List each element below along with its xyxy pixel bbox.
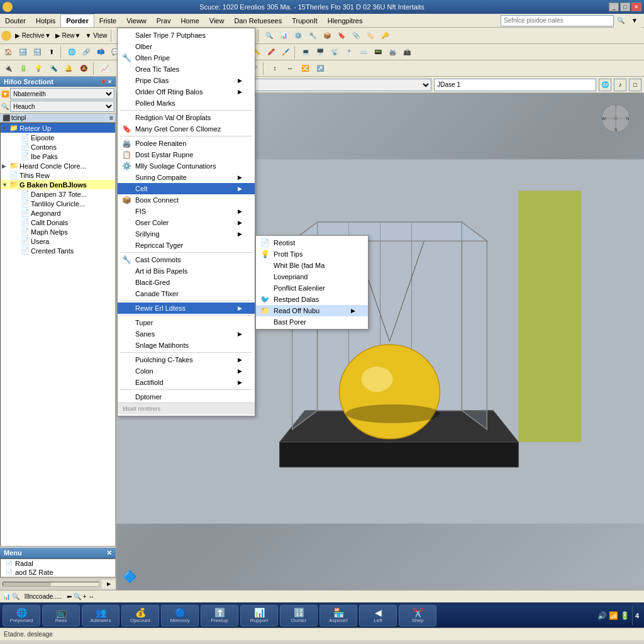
task-aspouirt[interactable]: 🏪 Aspouirt <box>319 605 357 626</box>
sub-read-off-nubu[interactable]: 📁 Read Off Nubu ▶ <box>256 305 368 316</box>
tree-item-contons[interactable]: 📄 Contons <box>1 142 115 152</box>
vtew-dropdown[interactable]: ▼ Vtew <box>84 29 109 43</box>
cm-puolching-c-takes[interactable]: Puolching C-Takes ▶ <box>118 354 255 365</box>
tree-item-crented-tants[interactable]: 📄 Crented Tants <box>1 246 115 255</box>
tb2-icon-18[interactable]: 🖍️ <box>264 45 278 59</box>
tb3-icon-6[interactable]: 🔕 <box>77 62 91 75</box>
tb3-icon-5[interactable]: 🔔 <box>62 62 75 75</box>
cm-orea-tic-tales[interactable]: Orea Tic Tales <box>118 64 255 75</box>
cm-orlder-off[interactable]: Orlder Off Rting Balos ▶ <box>118 86 255 97</box>
cm-srillying[interactable]: Srillying ▶ <box>118 228 255 240</box>
search-input[interactable] <box>501 15 614 26</box>
menu-douter[interactable]: Douter <box>0 14 31 27</box>
cm-mlly-suolage[interactable]: ⚙️ Mlly Suolage Contunatiors <box>118 160 255 172</box>
sub-bast-porer[interactable]: Bast Porer <box>256 316 368 328</box>
tb3-icon-20[interactable]: ↗️ <box>313 62 327 75</box>
cm-oser-coler[interactable]: Oser Coler ▶ <box>118 217 255 228</box>
menu-section-icon[interactable]: ✕ <box>106 549 112 557</box>
tb-icon-11[interactable]: 📊 <box>277 29 291 43</box>
sidebar-pin-icon[interactable]: 📌 <box>100 79 106 85</box>
cm-blacit-gred[interactable]: Blacit-Gred <box>118 277 255 288</box>
menu-porder[interactable]: Porder <box>60 14 94 27</box>
tree-item-retear-up[interactable]: ▼ 📁 Reteor Up <box>1 123 115 133</box>
tb3-icon-7[interactable]: 📈 <box>98 62 112 75</box>
tb3-icon-3[interactable]: 💡 <box>31 62 45 75</box>
tree-item-heard-concle[interactable]: ▶ 📁 Heard Concle Clore... <box>1 161 115 170</box>
task-ojacount[interactable]: 💰 Ojacount <box>121 605 159 626</box>
cm-cast-commots[interactable]: 🔧 Cast Commots <box>118 254 255 265</box>
tree-item-aegonard[interactable]: 📄 Aegonard <box>1 208 115 218</box>
scroll-right-btn[interactable]: ▶ <box>102 580 116 589</box>
tb-icon-14[interactable]: 📦 <box>320 29 334 43</box>
cm-saler-tripe[interactable]: Saler Tripe 7 Putphaes <box>118 30 255 41</box>
tree-item-callt-donals[interactable]: 📄 Callt Donals <box>1 218 115 227</box>
task-rees[interactable]: 📺 Rees <box>42 605 80 626</box>
cm-celt[interactable]: Celt ▶ <box>118 183 255 194</box>
tree-item-danipen[interactable]: 📄 Danipen 37 Tote... <box>1 189 115 199</box>
tree-item-tihis-rew[interactable]: 📄 Tihis Rew <box>1 170 115 180</box>
tb2-icon-24[interactable]: ⌨️ <box>357 45 370 59</box>
cm-olten-pripe[interactable]: 🔧 Olten Pripe <box>118 52 255 64</box>
tb2-icon-7[interactable]: 📫 <box>94 45 108 59</box>
tb-icon-16[interactable]: 📎 <box>349 29 363 43</box>
cm-dost-eystar[interactable]: 📋 Dost Eystar Rupne <box>118 149 255 160</box>
tb2-icon-27[interactable]: 📠 <box>400 45 414 59</box>
search-options-button[interactable]: ▼ <box>628 14 641 28</box>
menu-friste[interactable]: Friste <box>94 14 122 27</box>
tray-icon-1[interactable]: 🔊 <box>597 611 607 620</box>
cm-rewir-erl-ldtess[interactable]: Rewir Erl Ldtess ▶ <box>118 303 255 314</box>
tray-icon-3[interactable]: 🔋 <box>620 611 630 620</box>
sub-whit-ble[interactable]: Whit Ble (fad Ma <box>256 260 368 271</box>
addr-btn-globe[interactable]: 🌐 <box>599 79 611 91</box>
tb3-icon-19[interactable]: 🔀 <box>298 62 312 75</box>
tree-item-ibe-paks[interactable]: 📄 Ibe Paks <box>1 152 115 161</box>
tb2-icon-5[interactable]: 🌐 <box>65 45 79 59</box>
cm-dptomer[interactable]: Dptomer <box>118 391 255 402</box>
cm-poolee-renaiten[interactable]: 🖨️ Poolee Renaiten <box>118 138 255 149</box>
task-left[interactable]: ◀ Left <box>359 605 397 626</box>
tb2-icon-4[interactable]: ⬆ <box>45 45 58 59</box>
tb-icon-10[interactable]: 🔍 <box>262 29 276 43</box>
task-mieroory[interactable]: 🔵 Mieroory <box>161 605 199 626</box>
tb-icon-17[interactable]: 🏷️ <box>364 29 377 43</box>
tb-icon-12[interactable]: ⚙️ <box>291 29 305 43</box>
task-shep[interactable]: ✂️ Shep <box>399 605 436 626</box>
menu-truponit[interactable]: TruponIt <box>287 14 323 27</box>
menu-vieww[interactable]: Vieww <box>121 14 152 27</box>
search-dropdown[interactable]: Heauch <box>10 101 114 112</box>
cm-pripe-clias[interactable]: Pripe Clias ▶ <box>118 75 255 86</box>
menu-dan-retuesees[interactable]: Dan Retuesees <box>229 14 287 27</box>
search-button[interactable]: 🔍 <box>614 14 628 28</box>
tb2-icon-22[interactable]: 📡 <box>328 45 341 59</box>
cm-boox-connect[interactable]: 📦 Boox Connect <box>118 194 255 206</box>
sidebar-menu-radal[interactable]: 📄 Radal <box>1 559 115 568</box>
cm-many-gret[interactable]: 🔖 Many Gret Coner 6 Cllomez <box>118 123 255 135</box>
menu-view[interactable]: View <box>204 14 230 27</box>
tb-icon-13[interactable]: 🔧 <box>306 29 319 43</box>
sub-reotist[interactable]: 📄 Reotist <box>256 237 368 248</box>
tb-icon-18[interactable]: 🔑 <box>378 29 392 43</box>
tree-item-usera[interactable]: 📄 Usera <box>1 236 115 246</box>
tb2-icon-19[interactable]: 🖌️ <box>279 45 292 59</box>
cm-canade-tfixer[interactable]: Canade Tfixer <box>118 288 255 299</box>
menu-prav[interactable]: Prav <box>152 14 176 27</box>
sub-prott-tips[interactable]: 💡 Prott Tips <box>256 248 368 260</box>
tb2-icon-1[interactable]: 🏠 <box>1 45 15 59</box>
cm-olber[interactable]: Olber <box>118 41 255 52</box>
tree-item-tantiloy[interactable]: 📄 Tantiloy Cluricle... <box>1 199 115 208</box>
addr-btn-square[interactable]: □ <box>629 79 641 91</box>
cm-eactifiold[interactable]: Eactifiold ▶ <box>118 377 255 388</box>
menu-hotpis[interactable]: Hotpis <box>31 14 60 27</box>
sidebar-menu-aod-5z-rate[interactable]: 📄 aod 5Z Rate <box>1 568 115 577</box>
task-ounter[interactable]: 🔢 Ounter <box>280 605 318 626</box>
cm-snlage-matihonts[interactable]: Snlage Matihonts <box>118 340 255 351</box>
task-freetup[interactable]: ⬆️ Freetup <box>201 605 238 626</box>
filter-dropdown[interactable]: Nbaterneith <box>10 88 114 99</box>
cm-sanes[interactable]: Sanes ▶ <box>118 328 255 340</box>
component-expand-icon[interactable]: ≡ <box>109 114 113 121</box>
minimize-button[interactable]: _ <box>609 3 619 11</box>
rew-dropdown[interactable]: ▶ Rew▼ <box>53 29 83 43</box>
task-preyoriard[interactable]: 🌐 Preyoriard <box>3 605 40 626</box>
cm-art-id[interactable]: Art id Biis Papels <box>118 265 255 277</box>
tree-item-eipoote[interactable]: 📄 Eipoote <box>1 133 115 142</box>
